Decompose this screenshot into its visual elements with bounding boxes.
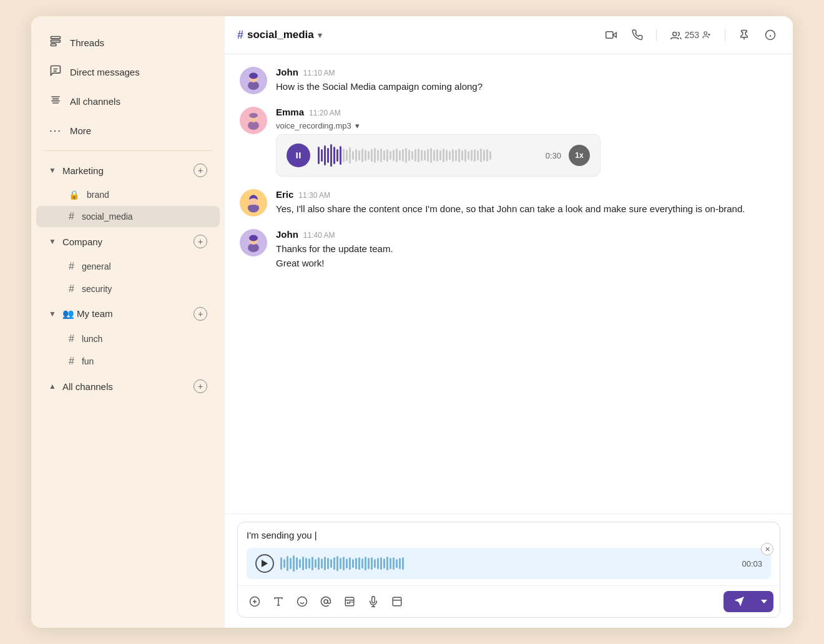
sidebar-channel-social-media[interactable]: # social_media	[36, 206, 220, 227]
threads-icon	[49, 35, 62, 51]
marketing-add-button[interactable]: +	[194, 163, 207, 177]
svg-marker-9	[613, 32, 616, 37]
dm-icon	[49, 64, 62, 80]
compose-button[interactable]	[386, 591, 408, 612]
sidebar-channel-fun[interactable]: # fun	[36, 351, 220, 372]
avatar-eric	[240, 189, 267, 217]
all-channels-add-button[interactable]: +	[194, 379, 207, 393]
hash-icon-general: #	[69, 261, 74, 272]
avatar-john-1	[240, 67, 267, 94]
voice-preview-play-button[interactable]	[255, 554, 274, 573]
input-text-row: I'm sending you |	[238, 522, 780, 548]
svg-point-47	[324, 600, 328, 603]
member-count-button[interactable]: 253	[665, 27, 716, 42]
message-content-3: Eric 11:30 AM Yes, I'll also share the c…	[276, 189, 778, 217]
voice-preview-time: 00:03	[742, 559, 762, 568]
preview-waveform	[280, 555, 735, 572]
message-text-4: Thanks for the update team. Great work!	[276, 242, 778, 270]
voice-preview-close-button[interactable]: ✕	[761, 543, 773, 555]
sidebar-section-all-channels-bottom[interactable]: ▲ All channels +	[36, 373, 220, 399]
channel-name-button[interactable]: # social_media ▾	[237, 29, 322, 42]
send-button[interactable]	[723, 591, 755, 612]
sidebar-section-marketing[interactable]: ▼ Marketing +	[36, 157, 220, 183]
svg-rect-0	[51, 37, 61, 39]
company-add-button[interactable]: +	[194, 235, 207, 248]
member-count-label: 253	[685, 30, 699, 40]
input-area: I'm sending you |	[225, 514, 793, 628]
svg-point-44	[298, 597, 307, 607]
message-3: Eric 11:30 AM Yes, I'll also share the c…	[240, 189, 778, 217]
channel-name-label: social_media	[247, 29, 314, 41]
header-divider-1	[656, 29, 657, 41]
my-team-add-button[interactable]: +	[194, 307, 207, 321]
messages-container: John 11:10 AM How is the Social Media ca…	[225, 54, 793, 514]
sidebar-item-all-channels-top[interactable]: All channels	[36, 87, 220, 115]
lunch-channel-label: lunch	[82, 334, 102, 344]
channel-header: # social_media ▾	[225, 16, 793, 54]
message-header-3: Eric 11:30 AM	[276, 189, 778, 200]
message-author-3: Eric	[276, 189, 293, 200]
company-label: Company	[62, 237, 187, 247]
svg-rect-2	[51, 44, 56, 46]
message-content-1: John 11:10 AM How is the Social Media ca…	[276, 67, 778, 94]
phone-button[interactable]	[627, 25, 647, 45]
my-team-chevron-icon: ▼	[49, 310, 56, 318]
video-button[interactable]	[601, 25, 621, 45]
message-time-4: 11:40 AM	[303, 231, 335, 240]
sidebar-section-my-team[interactable]: ▼ 👥 My team +	[36, 301, 220, 327]
svg-rect-28	[299, 152, 300, 158]
svg-point-12	[704, 32, 707, 35]
sidebar: Threads Direct messages A	[31, 16, 225, 628]
hash-icon-fun: #	[69, 356, 74, 367]
voice-filename[interactable]: voice_recording.mp3 ▾	[276, 121, 778, 130]
message-author-1: John	[276, 67, 298, 77]
marketing-label: Marketing	[62, 165, 187, 176]
header-divider-2	[725, 29, 725, 41]
avatar-john-2	[240, 229, 267, 256]
message-time-2: 11:20 AM	[309, 109, 341, 117]
general-channel-label: general	[82, 261, 111, 271]
message-header-4: John 11:40 AM	[276, 229, 778, 240]
emoji-button[interactable]	[292, 591, 313, 612]
sidebar-divider-1	[44, 150, 212, 151]
sidebar-channel-brand[interactable]: 🔒 brand	[36, 185, 220, 205]
pin-button[interactable]	[734, 25, 754, 45]
sidebar-item-threads-label: Threads	[70, 37, 104, 48]
sidebar-channel-general[interactable]: # general	[36, 256, 220, 277]
voice-pause-button[interactable]	[287, 144, 310, 167]
mic-button[interactable]	[363, 591, 384, 612]
info-button[interactable]	[760, 25, 780, 45]
gif-button[interactable]	[339, 591, 360, 612]
hash-icon-lunch: #	[69, 333, 74, 344]
voice-player: 0:30 1x	[276, 134, 601, 177]
company-chevron-icon: ▼	[49, 237, 56, 246]
channel-chevron-icon: ▾	[318, 31, 322, 40]
svg-rect-53	[393, 597, 401, 606]
svg-point-20	[248, 81, 259, 90]
svg-point-11	[672, 32, 676, 36]
message-input[interactable]: I'm sending you |	[247, 530, 771, 540]
attach-button[interactable]	[244, 591, 265, 612]
svg-marker-38	[262, 560, 268, 567]
sidebar-section-company[interactable]: ▼ Company +	[36, 228, 220, 255]
avatar-emma	[240, 107, 267, 134]
sidebar-item-dm[interactable]: Direct messages	[36, 58, 220, 86]
all-channels-chevron-icon: ▲	[49, 382, 56, 391]
svg-point-33	[248, 205, 259, 210]
speed-button[interactable]: 1x	[569, 145, 590, 166]
mention-button[interactable]	[315, 591, 336, 612]
send-dropdown-button[interactable]	[755, 591, 773, 612]
svg-point-37	[249, 235, 258, 242]
format-button[interactable]	[268, 591, 289, 612]
channel-hash-icon: #	[237, 29, 243, 42]
hash-icon-security: #	[69, 283, 74, 295]
svg-point-35	[248, 243, 259, 252]
sidebar-item-more[interactable]: ⋯ More	[36, 117, 220, 144]
sidebar-channel-security[interactable]: # security	[36, 278, 220, 300]
svg-marker-56	[761, 600, 767, 603]
sidebar-item-threads[interactable]: Threads	[36, 29, 220, 57]
sidebar-channel-lunch[interactable]: # lunch	[36, 328, 220, 349]
message-time-3: 11:30 AM	[298, 191, 330, 200]
voice-filename-label: voice_recording.mp3	[276, 121, 351, 130]
app-container: Threads Direct messages A	[31, 16, 793, 628]
